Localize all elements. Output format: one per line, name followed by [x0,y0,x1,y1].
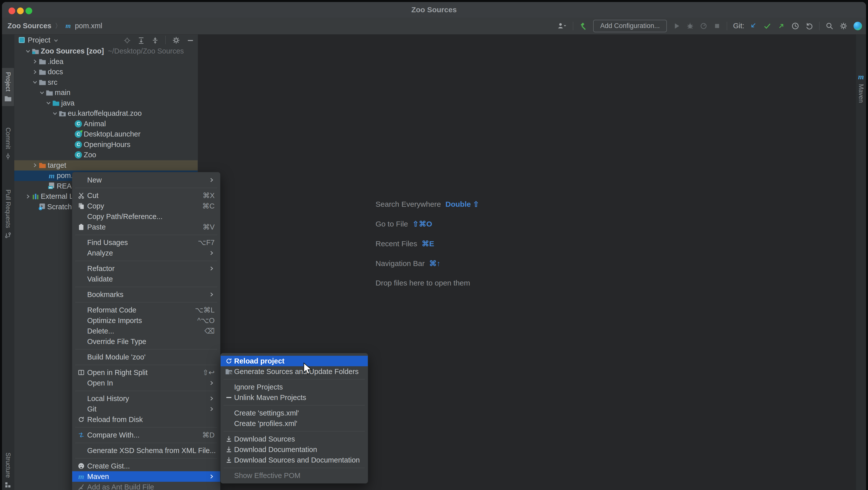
menu-item-create-profiles-xml[interactable]: Create 'profiles.xml' [221,418,368,429]
menu-item-show-effective-pom[interactable]: Show Effective POM [221,470,368,481]
tree-item-docs[interactable]: docs [14,67,198,77]
menu-item-create-settings-xml[interactable]: Create 'settings.xml' [221,408,368,418]
menu-item-add-as-ant-build-file[interactable]: Add as Ant Build File [72,482,220,490]
menu-item-unlink-maven-projects[interactable]: Unlink Maven Projects [221,392,368,403]
chevron-right-icon[interactable] [31,162,39,168]
left-tool-stripe: ProjectCommitPull RequestsStructureBookm… [2,34,14,490]
tool-stripe-commit[interactable]: Commit [2,123,14,164]
menu-item-generate-xsd-schema-from-xml-file[interactable]: Generate XSD Schema from XML File... [72,445,220,456]
menu-item-create-gist[interactable]: Create Gist... [72,461,220,471]
tree-item-zoo-sources-zoo[interactable]: Zoo Sources [zoo]~/Desktop/Zoo Sources [14,46,198,57]
chevron-down-icon[interactable] [31,79,39,85]
profiler-button[interactable] [700,22,707,30]
menu-item-label: Add as Ant Build File [87,483,154,490]
hint-label: Search Everywhere [375,200,441,208]
tree-item-eu-kartoffelquadrat-zoo[interactable]: eu.kartoffelquadrat.zoo [14,108,198,119]
menu-item-compare-with[interactable]: Compare With...⌘D [72,430,220,440]
menu-item-local-history[interactable]: Local History [72,393,220,404]
stripe-icon-slot [4,94,12,102]
menu-item-build-module-zoo[interactable]: Build Module 'zoo' [72,352,220,362]
tree-item-zoo[interactable]: CZoo [14,150,198,160]
chevron-down-icon[interactable] [51,111,59,116]
menu-item-download-documentation[interactable]: Download Documentation [221,444,368,455]
history-clock-button[interactable] [791,22,799,30]
tree-item-target[interactable]: target [14,160,198,171]
menu-item-reload-project[interactable]: Reload project [221,356,368,366]
tree-item-icon: MD [48,182,57,190]
collapse-all-button[interactable] [151,36,159,44]
chevron-down-icon[interactable] [24,48,32,54]
menu-item-new[interactable]: New [72,175,220,185]
menu-item-cut[interactable]: Cut⌘X [72,190,220,201]
chev-right-icon [32,69,38,75]
chevron-down-icon[interactable] [45,100,52,106]
tool-stripe-project[interactable]: Project [2,68,14,106]
git-push-button[interactable] [777,22,785,30]
debug-button[interactable] [686,22,694,30]
menu-item-open-in[interactable]: Open In [72,378,220,388]
menu-item-generate-sources-and-update-folders[interactable]: Generate Sources and Update Folders [221,366,368,377]
tool-stripe-maven[interactable]: mMaven [856,68,866,107]
menu-item-download-sources[interactable]: Download Sources [221,434,368,444]
build-hammer-button[interactable] [579,22,587,30]
menu-separator [224,431,365,432]
menu-item-icon-slot [75,416,87,423]
tree-item-openinghours[interactable]: COpeningHours [14,140,198,150]
menu-item-reload-from-disk[interactable]: Reload from Disk [72,414,220,425]
menu-item-delete[interactable]: Delete...⌫ [72,326,220,336]
menu-item-copy-path-reference[interactable]: Copy Path/Reference... [72,211,220,222]
menu-item-optimize-imports[interactable]: Optimize Imports^⌥O [72,315,220,326]
chevron-down-icon[interactable] [38,90,46,96]
user-button[interactable] [557,22,567,30]
right-tool-stripe: mMaven [856,34,866,490]
menu-item-open-in-right-split[interactable]: Open in Right Split⇧↩ [72,367,220,378]
tree-item-src[interactable]: src [14,77,198,88]
breadcrumb-file[interactable]: pom.xml [75,22,102,30]
paste-icon [78,224,85,231]
hide-button[interactable] [187,36,194,44]
chevron-right-icon[interactable] [24,194,32,200]
settings-gear-button[interactable] [172,36,180,44]
run-button[interactable] [673,22,680,30]
add-configuration-button[interactable]: Add Configuration... [593,20,667,32]
git-commit-check-button[interactable] [763,22,771,30]
menu-item-reformat-code[interactable]: Reformat Code⌥⌘L [72,305,220,315]
rollback-button[interactable] [805,22,813,30]
menu-item-download-sources-and-documentation[interactable]: Download Sources and Documentation [221,455,368,465]
tool-stripe-structure[interactable]: Structure [2,449,14,490]
run-badge-icon [80,129,84,133]
menu-item-git[interactable]: Git [72,404,220,414]
tree-item-idea[interactable]: .idea [14,57,198,67]
git-update-button[interactable] [749,22,757,30]
project-panel-title[interactable]: Project [28,36,50,44]
chev-right-icon [32,162,38,168]
settings-gear-button[interactable] [839,22,847,30]
sphere-button[interactable] [854,22,862,30]
tree-item-main[interactable]: main [14,87,198,98]
menu-item-copy[interactable]: Copy⌘C [72,201,220,211]
expand-all-button[interactable] [137,36,145,44]
search-button[interactable] [826,22,834,30]
menu-item-bookmarks[interactable]: Bookmarks [72,289,220,300]
editor-hint-navigation-bar: Navigation Bar⌘↑ [375,259,479,268]
tree-item-animal[interactable]: CAnimal [14,119,198,129]
chevron-right-icon[interactable] [31,58,39,64]
chevron-down-icon[interactable] [53,36,59,44]
tree-item-icon: C [75,141,84,148]
stop-button[interactable] [713,22,721,30]
menu-item-find-usages[interactable]: Find Usages⌥F7 [72,237,220,248]
menu-item-ignore-projects[interactable]: Ignore Projects [221,382,368,392]
breadcrumb-project[interactable]: Zoo Sources [7,22,52,30]
tree-item-desktoplauncher[interactable]: CDesktopLauncher [14,129,198,140]
menu-separator [224,468,365,468]
menu-item-refactor[interactable]: Refactor [72,263,220,274]
locate-button[interactable] [123,36,131,44]
tool-stripe-pull-requests[interactable]: Pull Requests [2,185,14,243]
menu-item-validate[interactable]: Validate [72,274,220,284]
menu-item-maven[interactable]: mMaven [72,471,220,482]
chevron-right-icon[interactable] [31,69,39,75]
menu-item-override-file-type[interactable]: Override File Type [72,336,220,347]
menu-item-paste[interactable]: Paste⌘V [72,222,220,232]
menu-item-analyze[interactable]: Analyze [72,248,220,258]
tree-item-java[interactable]: java [14,98,198,109]
